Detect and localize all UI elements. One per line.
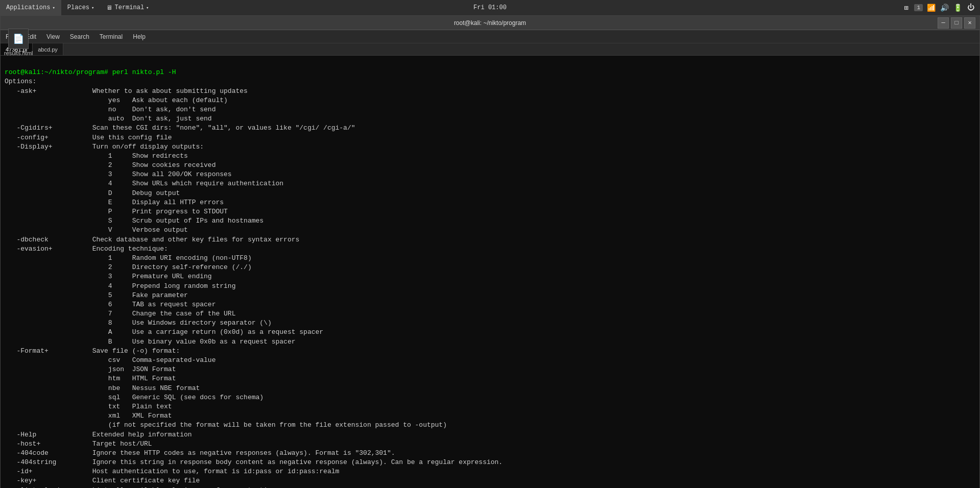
output-line-2: yes Ask about each (default) xyxy=(5,96,228,104)
menu-view[interactable]: View xyxy=(41,30,65,43)
system-time: Fri 01:00 xyxy=(473,4,507,11)
output-line-21: 3 Premature URL ending xyxy=(5,273,212,280)
output-line-29: -Format+ Save file (-o) format: xyxy=(5,347,180,355)
output-line-5: -Cgidirs+ Scan these CGI dirs: "none", "… xyxy=(5,124,355,132)
tab-bar: 47361.pl abcd.py xyxy=(1,43,979,56)
terminal-icon: 🖥 xyxy=(106,4,112,12)
power-icon[interactable]: ⏻ xyxy=(966,3,976,13)
output-line-14: P Print progress to STDOUT xyxy=(5,208,228,215)
output-line-24: 6 TAB as request spacer xyxy=(5,301,216,308)
output-line-22: 4 Prepend long random string xyxy=(5,282,235,290)
output-line-17: -dbcheck Check database and other key fi… xyxy=(5,236,299,243)
results-file-icon: 📄 xyxy=(8,29,29,49)
output-line-33: nbe Nessus NBE format xyxy=(5,384,200,392)
terminal-window: root@kali: ~/nikto/program ─ □ ✕ File Ed… xyxy=(0,15,980,488)
output-line-20: 2 Directory self-reference (/./) xyxy=(5,263,252,271)
output-line-23: 5 Fake parameter xyxy=(5,291,188,299)
desktop-files-area: 📄 results.html xyxy=(4,29,33,56)
close-button[interactable]: ✕ xyxy=(964,17,975,29)
window-controls: ─ □ ✕ xyxy=(938,17,975,29)
menu-help[interactable]: Help xyxy=(128,30,151,43)
output-line-40: -404code Ignore these HTTP codes as nega… xyxy=(5,449,395,457)
minimize-button[interactable]: ─ xyxy=(938,17,949,29)
output-line-3: no Don't ask, don't send xyxy=(5,106,216,113)
output-line-37: (if not specified the format will be tak… xyxy=(5,421,447,429)
sound-icon[interactable]: 🔊 xyxy=(939,3,949,13)
terminal-menu-bar: File Edit View Search Terminal Help xyxy=(1,30,979,43)
maximize-button[interactable]: □ xyxy=(951,17,962,29)
menu-terminal[interactable]: Terminal xyxy=(94,30,128,43)
results-file-label: results.html xyxy=(4,50,33,56)
output-line-36: xml XML Format xyxy=(5,412,172,420)
output-line-18: -evasion+ Encoding technique: xyxy=(5,245,168,253)
file-icon-glyph: 📄 xyxy=(13,33,24,44)
output-line-1: -ask+ Whether to ask about submitting up… xyxy=(5,87,248,95)
output-line-30: csv Comma-separated-value xyxy=(5,356,216,364)
output-line-8: 1 Show redirects xyxy=(5,152,188,160)
system-bar: Applications ▾ Places ▾ 🖥 Terminal ▾ Fri… xyxy=(0,0,980,15)
output-line-15: S Scrub output of IPs and hostnames xyxy=(5,217,264,225)
output-line-32: htm HTML Format xyxy=(5,375,176,382)
terminal-title-bar: root@kali: ~/nikto/program ─ □ ✕ xyxy=(1,16,979,30)
output-line-16: V Verbose output xyxy=(5,226,188,234)
places-menu[interactable]: Places ▾ xyxy=(61,0,101,15)
terminal-label: Terminal xyxy=(114,4,144,11)
output-line-4: auto Don't ask, just send xyxy=(5,115,212,123)
workspace-badge[interactable]: 1 xyxy=(914,4,923,11)
terminal-content[interactable]: root@kali:~/nikto/program# perl nikto.pl… xyxy=(1,56,979,488)
prompt-line: root@kali:~/nikto/program# perl nikto.pl… xyxy=(5,68,176,76)
output-line-39: -host+ Target host/URL xyxy=(5,440,152,448)
battery-icon[interactable]: 🔋 xyxy=(952,3,963,13)
time-display: Fri 01:00 xyxy=(473,4,507,11)
terminal-arrow: ▾ xyxy=(146,5,149,11)
network-icon[interactable]: 📶 xyxy=(926,3,936,13)
output-line-28: B Use binary value 0x0b as a request spa… xyxy=(5,338,296,346)
desktop-file-results[interactable]: 📄 results.html xyxy=(4,29,33,56)
output-line-7: -Display+ Turn on/off display outputs: xyxy=(5,143,204,151)
output-line-11: 4 Show URLs which require authentication xyxy=(5,180,283,187)
system-bar-right: ⊞ 1 📶 🔊 🔋 ⏻ xyxy=(901,0,980,15)
output-line-42: -id+ Host authentication to use, format … xyxy=(5,468,339,475)
places-label: Places xyxy=(67,4,89,11)
applications-label: Applications xyxy=(6,4,50,11)
places-arrow: ▾ xyxy=(91,5,94,11)
output-line-38: -Help Extended help information xyxy=(5,431,192,438)
tab-abcd[interactable]: abcd.py xyxy=(33,43,63,55)
output-line-31: json JSON Format xyxy=(5,365,176,373)
output-line-9: 2 Show cookies received xyxy=(5,161,216,169)
applications-arrow: ▾ xyxy=(52,5,55,11)
users-icon[interactable]: ⊞ xyxy=(901,3,911,13)
system-bar-left: Applications ▾ Places ▾ 🖥 Terminal ▾ xyxy=(0,0,155,15)
output-line-44: -list-plugins List all available plugins… xyxy=(5,486,276,488)
output-line-10: 3 Show all 200/OK responses xyxy=(5,170,232,178)
output-line-34: sql Generic SQL (see docs for schema) xyxy=(5,394,264,401)
output-line-19: 1 Random URI encoding (non-UTF8) xyxy=(5,254,252,262)
output-line-25: 7 Change the case of the URL xyxy=(5,310,235,318)
applications-menu[interactable]: Applications ▾ xyxy=(0,0,61,15)
output-line-41: -404string Ignore this string in respons… xyxy=(5,458,503,466)
terminal-title: root@kali: ~/nikto/program xyxy=(454,19,526,27)
output-line-43: -key+ Client certificate key file xyxy=(5,477,200,484)
output-line-35: txt Plain text xyxy=(5,403,172,410)
output-line-27: A Use a carriage return (0x0d) as a requ… xyxy=(5,328,323,336)
output-line-12: D Debug output xyxy=(5,189,180,197)
output-line-0: Options: xyxy=(5,78,36,85)
output-line-13: E Display all HTTP errors xyxy=(5,199,224,206)
output-line-6: -config+ Use this config file xyxy=(5,134,172,141)
menu-search[interactable]: Search xyxy=(65,30,94,43)
terminal-menu[interactable]: 🖥 Terminal ▾ xyxy=(100,0,155,15)
output-line-26: 8 Use Windows directory separator (\) xyxy=(5,319,272,327)
